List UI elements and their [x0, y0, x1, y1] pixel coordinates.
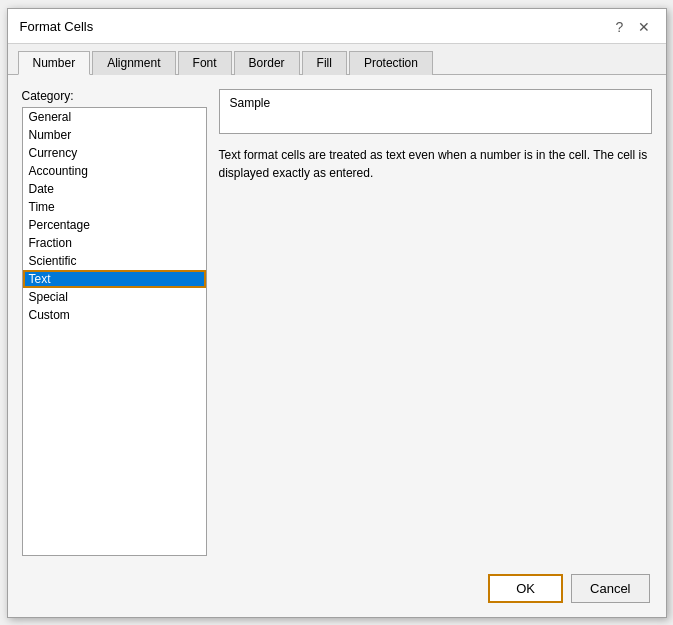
category-label: Category: — [22, 89, 207, 103]
description-text: Text format cells are treated as text ev… — [219, 146, 652, 182]
tabs-bar: Number Alignment Font Border Fill Protec… — [8, 44, 666, 75]
close-button[interactable]: ✕ — [634, 17, 654, 37]
tab-fill[interactable]: Fill — [302, 51, 347, 75]
list-item-time[interactable]: Time — [23, 198, 206, 216]
list-item-general[interactable]: General — [23, 108, 206, 126]
left-panel: Category: General Number Currency Accoun… — [22, 89, 207, 556]
list-item-special[interactable]: Special — [23, 288, 206, 306]
right-panel: Sample Text format cells are treated as … — [219, 89, 652, 556]
cancel-button[interactable]: Cancel — [571, 574, 649, 603]
tab-border[interactable]: Border — [234, 51, 300, 75]
tab-alignment[interactable]: Alignment — [92, 51, 175, 75]
list-item-number[interactable]: Number — [23, 126, 206, 144]
list-item-scientific[interactable]: Scientific — [23, 252, 206, 270]
tab-protection[interactable]: Protection — [349, 51, 433, 75]
list-item-date[interactable]: Date — [23, 180, 206, 198]
tab-font[interactable]: Font — [178, 51, 232, 75]
ok-button[interactable]: OK — [488, 574, 563, 603]
list-item-currency[interactable]: Currency — [23, 144, 206, 162]
sample-label: Sample — [230, 96, 641, 110]
sample-box: Sample — [219, 89, 652, 134]
title-bar: Format Cells ? ✕ — [8, 9, 666, 44]
category-listbox[interactable]: General Number Currency Accounting Date … — [22, 107, 207, 556]
dialog-footer: OK Cancel — [8, 566, 666, 617]
dialog-body: Category: General Number Currency Accoun… — [8, 75, 666, 566]
format-cells-dialog: Format Cells ? ✕ Number Alignment Font B… — [7, 8, 667, 618]
list-item-percentage[interactable]: Percentage — [23, 216, 206, 234]
dialog-title: Format Cells — [20, 19, 94, 34]
tab-number[interactable]: Number — [18, 51, 91, 75]
list-item-fraction[interactable]: Fraction — [23, 234, 206, 252]
list-item-text[interactable]: Text — [23, 270, 206, 288]
help-button[interactable]: ? — [610, 17, 630, 37]
list-item-accounting[interactable]: Accounting — [23, 162, 206, 180]
list-item-custom[interactable]: Custom — [23, 306, 206, 324]
